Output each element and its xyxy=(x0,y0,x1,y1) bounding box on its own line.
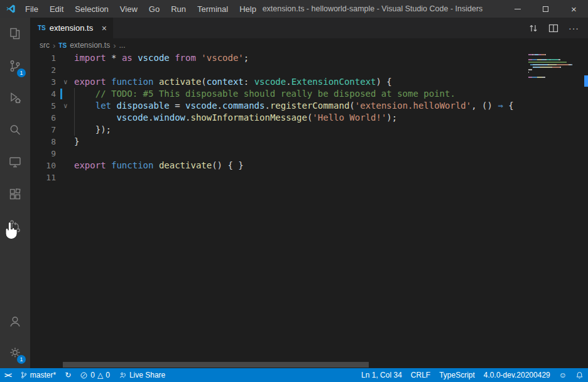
line-number: 4 xyxy=(30,88,56,100)
live-share-label: Live Share xyxy=(129,371,165,379)
code-line[interactable]: 9 xyxy=(30,148,588,160)
feedback-button[interactable]: ☺ xyxy=(555,368,571,382)
minimap[interactable] xyxy=(528,54,582,82)
code-text: export function activate(context: vscode… xyxy=(74,76,588,88)
code-line[interactable]: 4 // TODO: #5 This disposable should rea… xyxy=(30,88,588,100)
menu-edit[interactable]: Edit xyxy=(44,3,69,15)
line-number: 5 xyxy=(30,100,56,112)
settings-button[interactable]: 1 xyxy=(0,337,30,368)
gutter-decorations[interactable]: ∨ xyxy=(56,76,74,88)
settings-badge: 1 xyxy=(17,355,26,364)
branch-status[interactable]: master* xyxy=(16,368,60,382)
gutter-decorations[interactable] xyxy=(56,148,74,160)
split-editor-icon[interactable] xyxy=(548,23,558,33)
tab-bar: TS extension.ts × ··· xyxy=(30,18,588,38)
live-share-button[interactable]: Live Share xyxy=(114,368,170,382)
code-line[interactable]: 7 }); xyxy=(30,124,588,136)
github-pull-request-icon xyxy=(8,219,23,234)
tab-close-button[interactable]: × xyxy=(101,23,108,33)
problems-status[interactable]: 0 △ 0 xyxy=(75,368,114,382)
activity-explorer[interactable] xyxy=(0,18,30,50)
code-text: let disposable = vscode.commands.registe… xyxy=(74,100,588,112)
gutter-decorations[interactable] xyxy=(56,88,74,100)
remote-indicator[interactable]: >< xyxy=(0,368,16,382)
close-window-button[interactable]: × xyxy=(560,0,588,18)
activity-extensions[interactable] xyxy=(0,178,30,210)
editor-group: TS extension.ts × ··· src › TS extension… xyxy=(30,18,588,368)
code-line[interactable]: 11 xyxy=(30,172,588,183)
cursor-position[interactable]: Ln 1, Col 34 xyxy=(357,368,406,382)
gutter-decorations[interactable] xyxy=(56,136,74,148)
compare-changes-icon[interactable] xyxy=(528,23,538,33)
code-line[interactable]: 6 vscode.window.showInformationMessage('… xyxy=(30,112,588,124)
close-icon: × xyxy=(571,4,577,14)
minimize-icon xyxy=(514,9,521,9)
code-text xyxy=(74,172,588,183)
activity-source-control[interactable]: 1 xyxy=(0,50,30,82)
language-mode[interactable]: TypeScript xyxy=(435,368,479,382)
code-text xyxy=(74,64,588,76)
tab-extension-ts[interactable]: TS extension.ts × xyxy=(30,18,113,38)
menu-view[interactable]: View xyxy=(114,3,143,15)
code-text: import * as vscode from 'vscode'; xyxy=(74,52,588,64)
feedback-smiley-icon: ☺ xyxy=(559,371,567,379)
gutter-decorations[interactable] xyxy=(56,124,74,136)
tab-label: extension.ts xyxy=(50,23,93,33)
search-icon xyxy=(8,123,23,138)
sync-button[interactable]: ↻ xyxy=(60,368,75,382)
code-line[interactable]: 5∨ let disposable = vscode.commands.regi… xyxy=(30,100,588,112)
line-number: 1 xyxy=(30,52,56,64)
remote-icon: >< xyxy=(4,371,11,379)
code-lines: 1import * as vscode from 'vscode';23∨exp… xyxy=(30,52,588,183)
breadcrumb-src[interactable]: src xyxy=(40,41,50,50)
gutter-decorations[interactable]: ∨ xyxy=(56,100,74,112)
code-editor[interactable]: 1import * as vscode from 'vscode';23∨exp… xyxy=(30,52,588,368)
gutter-decorations[interactable] xyxy=(56,172,74,183)
menu-selection[interactable]: Selection xyxy=(69,3,114,15)
activity-bar-bottom: 1 xyxy=(0,305,30,368)
code-text: }); xyxy=(74,124,588,136)
horizontal-scrollbar[interactable] xyxy=(63,362,369,368)
activity-github-pull-requests[interactable] xyxy=(0,210,30,242)
extension-version[interactable]: 4.0.0-dev.20200429 xyxy=(479,368,555,382)
editor-actions: ··· xyxy=(528,18,588,38)
accounts-button[interactable] xyxy=(0,305,30,337)
activity-search[interactable] xyxy=(0,114,30,146)
git-modified-indicator xyxy=(60,89,62,99)
menu-run[interactable]: Run xyxy=(165,3,192,15)
overview-ruler-marker xyxy=(584,75,588,87)
status-bar-right: Ln 1, Col 34 CRLF TypeScript 4.0.0-dev.2… xyxy=(357,368,588,382)
typescript-file-icon: TS xyxy=(38,25,46,31)
code-line[interactable]: 2 xyxy=(30,64,588,76)
activity-remote-explorer[interactable] xyxy=(0,146,30,178)
more-actions-icon[interactable]: ··· xyxy=(569,23,579,33)
code-line[interactable]: 8} xyxy=(30,136,588,148)
gutter-decorations[interactable] xyxy=(56,52,74,64)
code-text xyxy=(74,148,588,160)
gutter-decorations[interactable] xyxy=(56,160,74,172)
menu-file[interactable]: File xyxy=(19,3,44,15)
breadcrumb-file[interactable]: extension.ts xyxy=(70,41,110,50)
accounts-icon xyxy=(8,314,23,329)
error-count: 0 xyxy=(90,371,95,379)
eol-indicator[interactable]: CRLF xyxy=(406,368,435,382)
notifications-button[interactable] xyxy=(571,368,588,382)
code-line[interactable]: 1import * as vscode from 'vscode'; xyxy=(30,52,588,64)
code-line[interactable]: 10export function deactivate() { } xyxy=(30,160,588,172)
menu-go[interactable]: Go xyxy=(143,3,165,15)
gutter-decorations[interactable] xyxy=(56,112,74,124)
error-icon xyxy=(80,371,88,379)
maximize-button[interactable] xyxy=(531,0,560,18)
gutter-decorations[interactable] xyxy=(56,64,74,76)
code-line[interactable]: 3∨export function activate(context: vsco… xyxy=(30,76,588,88)
line-number: 10 xyxy=(30,160,56,172)
fold-chevron-icon[interactable]: ∨ xyxy=(63,100,68,112)
activity-run-and-debug[interactable] xyxy=(0,82,30,114)
extensions-icon xyxy=(8,187,23,202)
live-share-icon xyxy=(119,371,127,379)
minimize-button[interactable] xyxy=(503,0,531,18)
line-number: 7 xyxy=(30,124,56,136)
menu-terminal[interactable]: Terminal xyxy=(192,3,234,15)
fold-chevron-icon[interactable]: ∨ xyxy=(63,76,68,88)
breadcrumb-symbol[interactable]: ... xyxy=(119,41,126,50)
